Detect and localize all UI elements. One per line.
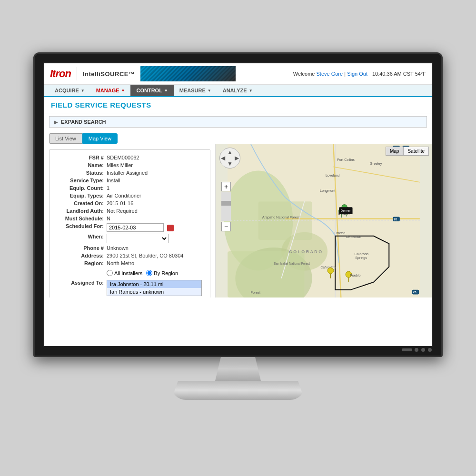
nav-acquire[interactable]: ACQUIRE ▼: [49, 85, 90, 96]
phone-value: Unknown: [107, 245, 205, 251]
monitor-screen: Itron IntelliSOURCE™ Welcome Steve Gore …: [43, 62, 433, 347]
name-value: Miles Miller: [107, 162, 205, 168]
landlord-auth-value: Not Required: [107, 208, 205, 214]
page-title-bar: FIELD SERVICE REQUESTS: [44, 97, 432, 113]
zoom-handle[interactable]: [221, 201, 231, 206]
svg-text:San Isabel National Forest: San Isabel National Forest: [274, 262, 310, 265]
radio-row: All Installers By Region: [54, 268, 205, 278]
nav-left-arrow[interactable]: ◀: [221, 155, 225, 161]
expand-search-bar[interactable]: ▶ EXPAND SEARCH: [49, 116, 427, 128]
monitor-power-btn[interactable]: [402, 348, 412, 351]
user-link[interactable]: Steve Gore: [317, 71, 343, 77]
created-on-label: Created On:: [54, 200, 107, 206]
svg-text:Springs: Springs: [355, 256, 367, 260]
nav-right-arrow[interactable]: ▶: [235, 155, 239, 161]
nav-manage-label: MANAGE: [96, 88, 119, 93]
radio-all-installers[interactable]: All Installers: [107, 270, 142, 276]
header-banner: [140, 66, 236, 81]
header-right: Welcome Steve Gore | Sign Out 10:40:36 A…: [293, 71, 426, 77]
tab-list-view[interactable]: List View: [49, 133, 82, 144]
monitor-dot-3: [428, 348, 432, 352]
assigned-list: Ira Johnston - 20.11 mi Ian Ramous - unk…: [107, 280, 202, 296]
itron-logo: Itron: [50, 68, 71, 80]
equip-types-value: Air Conditioner: [107, 193, 205, 198]
address-label: Address:: [54, 253, 107, 258]
created-on-row: Created On: 2015-01-16: [54, 200, 205, 206]
scheduled-for-input[interactable]: [107, 223, 164, 232]
equip-count-value: 1: [107, 185, 205, 191]
tab-map-view[interactable]: Map View: [82, 133, 118, 144]
scheduled-for-label: Scheduled For:: [54, 223, 107, 229]
service-type-row: Service Type: Install: [54, 178, 205, 183]
map-area: Fort Collins Greeley Loveland Longmont A…: [216, 144, 432, 298]
radio-all-input[interactable]: [107, 270, 113, 276]
logo-area: Itron IntelliSOURCE™: [50, 66, 236, 81]
monitor-body: Itron IntelliSOURCE™ Welcome Steve Gore …: [33, 52, 443, 357]
nav-up-arrow[interactable]: ▲: [227, 149, 233, 156]
expand-search-arrow: ▶: [54, 119, 58, 125]
nav-control-label: CONTROL: [136, 88, 162, 93]
region-value: North Metro: [107, 260, 205, 266]
status-row: Status: Installer Assigned: [54, 170, 205, 176]
nav-analyze-label: ANALYZE: [223, 88, 247, 93]
status-label: Status:: [54, 170, 107, 176]
address-value: 2900 21st St, Boulder, CO 80304: [107, 253, 205, 258]
svg-text:COLORADO: COLORADO: [289, 249, 323, 254]
svg-text:Greeley: Greeley: [370, 161, 382, 166]
nav-control-arrow: ▼: [164, 89, 168, 93]
nav-circle: ▲ ▼ ◀ ▶: [219, 148, 240, 169]
equip-count-label: Equip. Count:: [54, 185, 107, 191]
svg-text:Denver: Denver: [341, 209, 351, 212]
service-type-value: Install: [107, 178, 205, 183]
radio-region-label: By Region: [154, 270, 178, 276]
monitor-dot-1: [415, 348, 418, 352]
map-view-btn[interactable]: Map: [386, 147, 403, 156]
nav-bar: ACQUIRE ▼ MANAGE ▼ CONTROL ▼ MEASURE ▼: [44, 85, 432, 97]
service-type-label: Service Type:: [54, 178, 107, 183]
screen-content: Itron IntelliSOURCE™ Welcome Steve Gore …: [44, 63, 432, 346]
svg-text:Fort Collins: Fort Collins: [337, 158, 355, 162]
satellite-view-btn[interactable]: Satellite: [403, 147, 429, 156]
zoom-slider[interactable]: [221, 192, 231, 221]
stand-neck: [209, 357, 267, 381]
radio-region-input[interactable]: [146, 270, 152, 276]
svg-text:Pueblo: Pueblo: [350, 273, 361, 278]
equip-count-row: Equip. Count: 1: [54, 185, 205, 191]
nav-measure-arrow: ▼: [208, 89, 211, 93]
zoom-controls: + −: [221, 182, 231, 231]
phone-row: Phone # Unknown: [54, 245, 205, 251]
svg-rect-6: [258, 201, 312, 240]
svg-text:Loveland: Loveland: [326, 173, 339, 178]
calendar-icon[interactable]: [167, 225, 174, 231]
zoom-in-btn[interactable]: +: [221, 182, 231, 191]
nav-manage[interactable]: MANAGE ▼: [90, 85, 131, 96]
nav-measure[interactable]: MEASURE ▼: [174, 85, 217, 96]
monitor-dot-2: [421, 348, 425, 352]
fsr-value: SDEM000062: [107, 155, 205, 160]
when-select[interactable]: [107, 234, 169, 243]
radio-by-region[interactable]: By Region: [146, 270, 178, 276]
status-value: Installer Assigned: [107, 170, 205, 176]
map-nav-control: ▲ ▼ ◀ ▶: [219, 148, 240, 169]
svg-text:25: 25: [413, 290, 416, 294]
svg-text:Arapaho National Forest: Arapaho National Forest: [262, 215, 300, 219]
nav-down-arrow[interactable]: ▼: [227, 160, 233, 167]
svg-text:70: 70: [394, 218, 397, 221]
sign-out-link[interactable]: Sign Out: [347, 71, 367, 77]
nav-analyze[interactable]: ANALYZE ▼: [217, 85, 258, 96]
assigned-list-item-0[interactable]: Ira Johnston - 20.11 mi: [107, 280, 201, 288]
fsr-row: FSR # SDEM000062: [54, 155, 205, 160]
nav-measure-label: MEASURE: [179, 88, 206, 93]
nav-control[interactable]: CONTROL ▼: [130, 85, 173, 96]
must-schedule-value: N: [107, 216, 205, 221]
svg-text:Centennial: Centennial: [346, 235, 361, 238]
name-row: Name: Miles Miller: [54, 162, 205, 168]
phone-label: Phone #: [54, 245, 107, 251]
equip-types-row: Equip. Types: Air Conditioner: [54, 193, 205, 198]
zoom-out-btn[interactable]: −: [221, 222, 231, 231]
assigned-list-item-1[interactable]: Ian Ramous - unknown: [107, 288, 201, 296]
nav-analyze-arrow: ▼: [249, 89, 253, 93]
region-label: Region:: [54, 260, 107, 266]
left-panel: FSR # SDEM000062 Name: Miles Miller: [44, 144, 216, 298]
welcome-label: Welcome: [293, 71, 315, 77]
